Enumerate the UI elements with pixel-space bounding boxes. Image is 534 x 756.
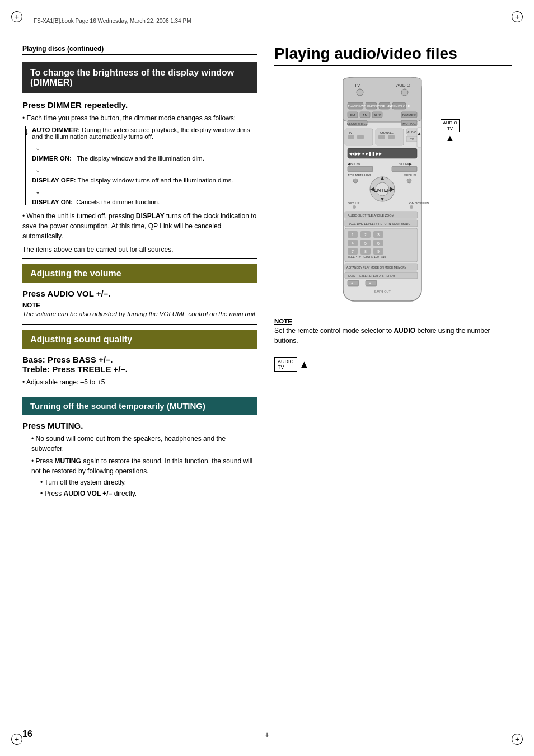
volume-banner-text: Adjusting the volume (30, 269, 121, 278)
svg-text:SLOW▶: SLOW▶ (399, 162, 412, 166)
right-note-text: Set the remote control mode selector to … (274, 326, 512, 346)
audio-arrow-indicator: AUDIO TV ▲ (441, 74, 459, 309)
svg-text:+–: +– (351, 281, 355, 285)
quality-banner: Adjusting sound quality (22, 330, 257, 349)
svg-text:9: 9 (377, 250, 380, 253)
arrow-2: ↓ (35, 163, 40, 174)
flow-item-auto: ↓ AUTO DIMMER: During the video source p… (32, 126, 257, 140)
svg-text:6: 6 (377, 241, 380, 245)
bass-treble-heading: Bass: Press BASS +/–. Treble: Press TREB… (22, 355, 257, 374)
svg-point-4 (357, 89, 363, 96)
svg-text:1: 1 (352, 233, 354, 237)
svg-point-5 (401, 89, 408, 96)
press-dimmer-heading: Press DIMMER repeatedly. (22, 100, 257, 110)
dimmer-bullet: • Each time you press the button, the di… (22, 113, 257, 123)
svg-text:▼: ▼ (380, 196, 385, 202)
svg-text:AUX: AUX (374, 114, 381, 117)
svg-point-60 (410, 205, 413, 209)
dimmer-flow: ↓ AUTO DIMMER: During the video source p… (25, 126, 257, 205)
svg-point-49 (407, 179, 411, 183)
page-container: FS-XA1[B].book Page 16 Wednesday, March … (0, 0, 534, 756)
divider-2 (22, 324, 257, 325)
quality-banner-text: Adjusting sound quality (30, 335, 132, 344)
svg-text:FM: FM (350, 114, 355, 117)
display-bullet: • When the unit is turned off, pressing … (22, 211, 257, 241)
muting-bullets: • No sound will come out from the speake… (22, 434, 257, 499)
audio-label-box: AUDIO TV (441, 119, 459, 132)
svg-text:TV: TV (354, 83, 360, 88)
svg-text:MUTING: MUTING (402, 122, 416, 125)
adjustable-range: • Adjustable range: –5 to +5 (22, 377, 257, 387)
page-number: 16 (22, 729, 32, 739)
svg-text:+–: +– (369, 281, 373, 285)
svg-text:5: 5 (364, 241, 367, 245)
dimmer-banner: To change the brightness of the display … (22, 62, 257, 93)
muting-banner: Turning off the sound temporarily (MUTIN… (22, 397, 257, 415)
svg-text:DIMMER: DIMMER (402, 114, 416, 117)
remote-control-svg: TV AUDIO TV/VIDEO 3D PHONIC DISPLAY OPEN… (326, 74, 438, 309)
arrow-auto: ↓ (24, 126, 29, 140)
svg-text:◀BLOW: ◀BLOW (348, 162, 360, 166)
svg-rect-44 (348, 166, 373, 172)
muting-banner-text: Turning off the sound temporarily (MUTIN… (30, 401, 205, 411)
bottom-audio-indicator: AUDIO TV ▲ (274, 357, 512, 372)
svg-text:▲: ▲ (380, 175, 385, 181)
svg-text:OPEN/CLOSE: OPEN/CLOSE (388, 105, 410, 108)
note-heading-volume: NOTE (22, 302, 257, 308)
svg-text:S.MP3 OUT: S.MP3 OUT (374, 290, 391, 293)
svg-text:AM: AM (363, 114, 368, 117)
svg-text:SLEEP TV RETURN 100+ ≤10: SLEEP TV RETURN 100+ ≤10 (348, 255, 386, 259)
svg-text:GROUP/TITLE: GROUP/TITLE (347, 122, 368, 125)
two-column-layout: Playing discs (continued) To change the … (22, 45, 512, 502)
volume-banner: Adjusting the volume (22, 264, 257, 283)
bottom-up-arrow: ▲ (299, 359, 310, 370)
svg-text:PAGE  DVD LEVEL+#  RETURN  SCA: PAGE DVD LEVEL+# RETURN SCAN MODE (348, 222, 411, 226)
svg-text:ON SCREEN: ON SCREEN (409, 201, 429, 205)
svg-text:◀◀ ▶▶ ■ ▶❚❚ ▶▶: ◀◀ ▶▶ ■ ▶❚❚ ▶▶ (349, 152, 382, 156)
flow-item-on: DIMMER ON: The display window and the il… (32, 155, 257, 162)
arrow-3: ↓ (35, 185, 40, 196)
svg-rect-29 (357, 135, 364, 139)
svg-point-48 (353, 179, 358, 183)
press-audio-heading: Press AUDIO VOL +/–. (22, 289, 257, 298)
dimmer-banner-text: To change the brightness of the display … (30, 68, 234, 87)
divider-3 (22, 391, 257, 391)
right-note-heading: NOTE (274, 318, 512, 325)
svg-text:TV: TV (349, 131, 353, 134)
svg-rect-32 (378, 135, 385, 139)
right-column: Playing audio/video files TV AUDIO (274, 45, 512, 502)
svg-text:▶: ▶ (390, 186, 395, 192)
svg-text:AUDIO: AUDIO (407, 130, 416, 134)
svg-text:SET UP: SET UP (348, 201, 360, 205)
arrow-1: ↓ (35, 141, 40, 152)
svg-point-59 (353, 205, 356, 209)
svg-text:AUDIO  SUBTITLE  ANGLE  ZOOM: AUDIO SUBTITLE ANGLE ZOOM (348, 214, 395, 217)
flow-item-display-on: DISPLAY ON: Cancels the dimmer function. (32, 199, 257, 205)
divider-1 (22, 258, 257, 259)
flow-item-off: DISPLAY OFF: The display window turns of… (32, 177, 257, 184)
svg-text:8: 8 (364, 250, 367, 253)
left-section-header: Playing discs (continued) (22, 45, 257, 55)
svg-text:3: 3 (377, 233, 380, 237)
left-column: Playing discs (continued) To change the … (22, 45, 257, 502)
all-sources-text: The items above can be carried out for a… (22, 245, 257, 255)
svg-text:TOP MENU/PG: TOP MENU/PG (348, 173, 371, 177)
svg-rect-28 (348, 135, 354, 139)
svg-text:A.STANDBY  PLAY MODE  ON MODE : A.STANDBY PLAY MODE ON MODE MEMORY (346, 266, 407, 269)
svg-text:◀: ◀ (370, 186, 374, 192)
svg-text:2: 2 (364, 233, 367, 237)
svg-text:TV/VIDEO: TV/VIDEO (348, 105, 363, 108)
remote-image-container: TV AUDIO TV/VIDEO 3D PHONIC DISPLAY OPEN… (274, 74, 512, 309)
note-text-volume: The volume can be also adjusted by turni… (22, 309, 257, 318)
right-note-container: NOTE Set the remote control mode selecto… (274, 318, 512, 346)
right-section-header: Playing audio/video files (274, 45, 512, 66)
svg-text:BASS  TREBLE  REPEAT A-B  REPL: BASS TREBLE REPEAT A-B REPLAY (348, 274, 396, 278)
press-muting-heading: Press MUTING. (22, 421, 257, 430)
file-info: FS-XA1[B].book Page 16 Wednesday, March … (34, 18, 191, 24)
up-arrow-indicator: ▲ (441, 133, 459, 143)
svg-text:ENTER: ENTER (374, 187, 391, 193)
svg-text:CHANNEL: CHANNEL (380, 131, 394, 134)
svg-text:TV: TV (410, 138, 414, 141)
svg-text:7: 7 (352, 250, 354, 253)
svg-text:▲: ▲ (417, 131, 421, 136)
